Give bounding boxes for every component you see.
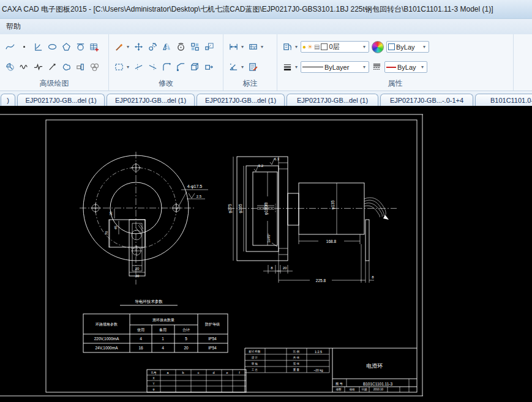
solid-edit-icon[interactable] (189, 61, 201, 73)
linewidth-dropdown-arrow[interactable]: ▾ (295, 64, 299, 70)
circle-tangent-icon[interactable] (74, 41, 87, 53)
svg-text:e: e (226, 371, 228, 374)
brush-edit-icon[interactable] (113, 41, 126, 53)
layer-color-box (321, 43, 328, 50)
rotate-icon[interactable] (174, 41, 187, 53)
menu-help[interactable]: 帮助 (0, 20, 27, 34)
polyline-icon[interactable] (32, 61, 45, 73)
svg-text:168.8: 168.8 (326, 239, 337, 244)
contour-icon[interactable] (60, 61, 73, 73)
linewidth-sample (386, 67, 396, 68)
sun-icon: ☀ (307, 44, 313, 50)
tab-doc-6[interactable]: B101C1101.0- (475, 94, 532, 106)
axis-icon[interactable] (32, 41, 45, 53)
chamfer-icon[interactable] (174, 61, 187, 73)
tab-doc-2[interactable]: EJP0217J0-GB...del (1) (107, 94, 195, 106)
drawing-canvas[interactable]: 30 45 70 20 40 4-φ17.5 2.5 (0, 106, 532, 402)
group-label-properties[interactable]: 属性 (279, 77, 512, 91)
side-view: φ275 φ235 φ190f8 1x45° φ135 6.3 3.2 168.… (228, 157, 397, 283)
layer-combo[interactable]: ● ☀ ▤ 0层 ▾ (301, 41, 369, 53)
angle-dim-dropdown-arrow[interactable]: ▾ (241, 64, 245, 70)
svg-text:20: 20 (184, 346, 189, 350)
stretch-icon[interactable] (203, 61, 215, 73)
pie-icon[interactable] (4, 61, 17, 73)
title-block: 标记 处数 比 例 1:2.5 设 计 共 张 审 核 第 张 工 艺 重 量 … (245, 348, 417, 392)
svg-text:220V,1000mA: 220V,1000mA (94, 337, 119, 341)
svg-text:4-φ17.5: 4-φ17.5 (187, 184, 202, 189)
pointer-icon[interactable] (46, 61, 59, 73)
svg-text:24V,1000mA: 24V,1000mA (96, 346, 119, 350)
copy-rotate-icon[interactable] (146, 41, 159, 53)
cylinder-icon[interactable] (74, 61, 87, 73)
brush-dropdown-arrow[interactable]: ▾ (127, 44, 131, 50)
tab-doc-1[interactable]: EJP0217J0-GB...del (1) (17, 94, 105, 106)
wave-icon[interactable] (18, 61, 31, 73)
svg-text:B101C1101.11-3: B101C1101.11-3 (363, 382, 393, 386)
text-edit-icon[interactable] (247, 61, 260, 73)
svg-text:20: 20 (283, 266, 287, 270)
layer-name: 0层 (329, 42, 339, 51)
document-tabbar: ) EJP0217J0-GB...del (1) EJP0217J0-GB...… (0, 91, 532, 106)
layer-manager-icon[interactable] (281, 41, 294, 53)
color-wheel-icon[interactable] (372, 41, 384, 53)
svg-text:设 计: 设 计 (252, 355, 258, 359)
svg-text:描校: 描校 (349, 388, 356, 391)
layer-combo-arrow[interactable]: ▾ (363, 44, 367, 50)
extend-icon[interactable] (146, 61, 159, 73)
point-icon[interactable] (18, 41, 31, 53)
color-combo[interactable]: ByLay ▾ (386, 41, 429, 53)
linewidth-icon[interactable] (281, 61, 294, 73)
coordinate-dim-dropdown-arrow[interactable]: ▾ (261, 44, 265, 50)
coordinate-dim-icon[interactable] (247, 41, 260, 53)
group-label-advanced-draw[interactable]: 高级绘图 (1, 77, 107, 91)
svg-text:日期: 日期 (362, 388, 368, 391)
region-icon[interactable] (88, 61, 101, 73)
linewidth-combo-arrow[interactable]: ▾ (421, 64, 425, 70)
svg-text:30: 30 (109, 211, 113, 215)
multiline-style-icon[interactable] (370, 61, 383, 73)
linear-dim-dropdown-arrow[interactable]: ▾ (241, 44, 245, 50)
ellipse-icon[interactable] (46, 41, 59, 53)
svg-text:φ275: φ275 (228, 204, 233, 213)
cad-drawing: 30 45 70 20 40 4-φ17.5 2.5 (0, 106, 532, 402)
table-insert-icon[interactable] (88, 41, 101, 53)
svg-text:滑环接点数量: 滑环接点数量 (152, 318, 174, 322)
svg-text:比 例: 比 例 (293, 350, 300, 354)
window-title: CAXA CAD 电子图板2015 - [C:\Users\Administra… (2, 4, 493, 15)
svg-text:1x45°: 1x45° (267, 233, 271, 243)
group-label-modify[interactable]: 修改 (110, 77, 222, 91)
svg-text:40: 40 (135, 274, 140, 278)
bolt-hole-top (131, 163, 141, 173)
select-box-dropdown-arrow[interactable]: ▾ (127, 64, 131, 70)
tab-doc-3[interactable]: EJP0217J0-GB...del (1) (197, 94, 285, 106)
tab-doc-5[interactable]: EJP0217J0-GB...-.0-1+4 (380, 94, 473, 106)
trim-icon[interactable] (132, 61, 145, 73)
spline-icon[interactable] (4, 41, 17, 53)
ribbon-group-advanced-draw: 高级绘图 (0, 34, 109, 91)
scale-icon[interactable] (203, 41, 215, 53)
svg-text:φ235: φ235 (238, 204, 243, 213)
bolt-hole-left (91, 203, 100, 213)
color-combo-arrow[interactable]: ▾ (423, 44, 427, 50)
tab-partial[interactable]: ) (1, 94, 15, 106)
polygon-icon[interactable] (60, 41, 73, 53)
select-box-icon[interactable] (113, 61, 126, 73)
mirror-icon[interactable] (160, 41, 173, 53)
svg-text:~20 kg: ~20 kg (313, 368, 323, 372)
layer-manager-dropdown-arrow[interactable]: ▾ (295, 44, 299, 50)
linewidth-combo[interactable]: ByLay ▾ (384, 61, 427, 73)
linear-dim-icon[interactable] (227, 41, 240, 53)
tab-doc-4[interactable]: EJP0217J0-GB...del (1) (287, 94, 378, 106)
svg-text:描图: 描图 (335, 388, 342, 391)
angle-dim-icon[interactable] (227, 61, 240, 73)
fillet-icon[interactable] (160, 61, 173, 73)
array-icon[interactable] (189, 41, 201, 53)
svg-text:5: 5 (185, 337, 187, 341)
linetype-combo[interactable]: ByLayer ▾ (301, 61, 369, 73)
move-icon[interactable] (132, 41, 145, 53)
group-label-dimension[interactable]: 标注 (225, 77, 275, 91)
linetype-combo-arrow[interactable]: ▾ (363, 64, 367, 70)
menu-bar: 帮助 (0, 19, 532, 34)
svg-text:合计: 合计 (182, 328, 190, 332)
svg-text:8: 8 (271, 266, 273, 270)
